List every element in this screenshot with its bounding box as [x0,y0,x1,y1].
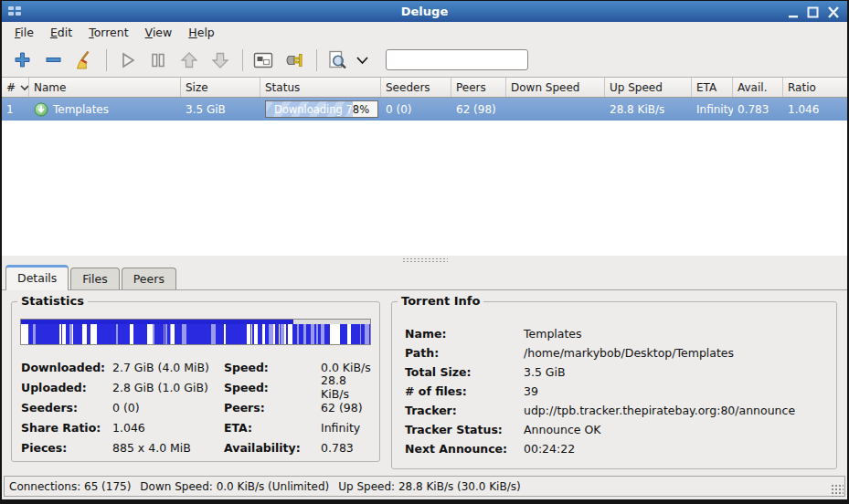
tab-peers[interactable]: Peers [122,268,176,289]
status-connections: Connections: 65 (175) [9,480,131,493]
column-header-down-speed[interactable]: Down Speed [506,78,605,97]
info-label: Path: [405,346,524,360]
torrent-name-cell: Templates [29,98,181,121]
status-progress-bar: Downloading 78% Downloading 78% [265,100,378,118]
sort-indicator-icon [20,84,29,91]
remove-torrent-button[interactable] [40,47,66,73]
status-bar: Connections: 65 (175) Down Speed: 0.0 Ki… [2,474,847,499]
info-value: Templates [524,327,829,341]
plus-icon [13,50,32,69]
status-frame: Connections: 65 (175) Down Speed: 0.0 Ki… [4,476,845,497]
arrow-up-icon [179,50,199,70]
stat-value: 28.8 KiB/s [321,373,374,401]
search-input[interactable] [386,49,528,70]
info-value: 3.5 GiB [524,365,829,379]
tab-details[interactable]: Details [5,265,69,290]
queue-down-button[interactable] [207,47,233,73]
pieces-progress-strip-fill [21,320,293,324]
menu-view[interactable]: View [138,24,180,41]
window-menu-icon[interactable] [8,6,23,17]
stat-value: 0 (0) [112,401,224,415]
minimize-button[interactable] [786,5,800,18]
stat-value: 1.046 [112,421,224,435]
connection-manager-button[interactable] [281,47,307,73]
close-button[interactable] [826,5,840,18]
torrent-size: 3.5 GiB [181,98,260,121]
torrent-up-speed: 28.8 KiB/s [605,98,692,121]
pieces-progress-strip [21,320,370,324]
column-header-eta[interactable]: ETA [692,78,733,97]
find-icon [326,49,348,71]
stat-value: 885 x 4.0 MiB [112,441,224,455]
stat-value: 2.7 GiB (4.0 MiB) [112,361,224,374]
resume-button[interactable] [114,47,140,73]
toolbar-separator [106,49,107,71]
details-notebook: Details Files Peers Statistics Downloade… [2,264,847,474]
deluge-window: Deluge File Edit Torrent View Help [0,0,849,504]
torrent-info-group: Torrent Info Name: Templates Path: /home… [391,301,837,469]
info-value: 00:24:22 [524,442,829,456]
menu-edit[interactable]: Edit [43,24,80,41]
clear-finished-button[interactable] [71,47,97,73]
stat-label: Speed: [224,381,321,394]
torrent-peers: 62 (98) [451,98,506,121]
status-progress-clip: Downloading 78% [266,101,353,117]
menu-help[interactable]: Help [181,24,222,41]
pane-splitter[interactable] [2,256,847,264]
tab-files[interactable]: Files [70,268,119,289]
resize-grip[interactable] [831,484,844,497]
queue-up-button[interactable] [176,47,202,73]
torrent-info-title: Torrent Info [398,294,483,308]
torrent-avail: 0.783 [733,98,783,121]
column-header-name[interactable]: Name [29,78,181,97]
torrent-seeders: 0 (0) [381,98,451,121]
column-header-seeders[interactable]: Seeders [381,78,451,97]
chevron-down-icon [356,55,369,66]
pieces-barcode [21,324,370,344]
info-value: 39 [524,384,829,398]
preferences-button[interactable] [250,47,276,73]
stat-label: Downloaded: [21,361,112,374]
stat-value: 62 (98) [321,401,374,415]
stat-value: 0.783 [321,441,374,455]
statistics-grid: Downloaded: 2.7 GiB (4.0 MiB) Speed: 0.0… [21,357,374,457]
downloading-state-icon [34,102,48,117]
toolbar-separator [316,49,317,71]
stat-label: Seeders: [21,401,112,415]
plug-icon [283,50,305,70]
column-header-up-speed[interactable]: Up Speed [605,78,692,97]
close-icon [827,6,840,18]
minus-icon [44,50,63,69]
info-label: Name: [405,327,524,341]
column-header-size[interactable]: Size [181,78,260,97]
torrent-row[interactable]: 1 Templates 3.5 GiB Downloading 78% Down… [2,98,847,121]
torrent-list-header: # Name Size Status Seeders Peers Down Sp… [2,78,847,98]
column-header-ratio[interactable]: Ratio [783,78,847,97]
stat-value: 0.0 KiB/s [321,361,374,374]
pieces-progress-widget [20,319,371,345]
stat-label: Pieces: [21,441,112,455]
torrent-status-cell: Downloading 78% Downloading 78% [260,98,381,121]
column-header-avail[interactable]: Avail. [733,78,783,97]
window-title: Deluge [2,5,847,18]
column-header-status[interactable]: Status [260,78,381,97]
menu-file[interactable]: File [7,24,41,41]
pause-button[interactable] [145,47,171,73]
stat-value: 2.8 GiB (1.0 GiB) [112,381,224,394]
maximize-icon [807,6,819,18]
details-page: Statistics Downloaded: 2.7 GiB (4.0 MiB)… [2,289,847,474]
torrent-down-speed [506,98,605,121]
stat-label: Availability: [224,441,321,455]
column-header-number[interactable]: # [2,78,29,97]
find-button[interactable] [324,47,350,73]
menu-torrent[interactable]: Torrent [81,24,135,41]
info-label: Tracker: [405,404,524,417]
torrent-list-empty-area[interactable] [2,121,847,256]
find-dropdown-button[interactable] [356,55,369,66]
stat-label: Peers: [224,401,321,415]
toolbar [2,43,847,78]
add-torrent-button[interactable] [9,47,35,73]
broom-icon [74,50,94,70]
maximize-button[interactable] [806,5,820,18]
column-header-peers[interactable]: Peers [451,78,506,97]
